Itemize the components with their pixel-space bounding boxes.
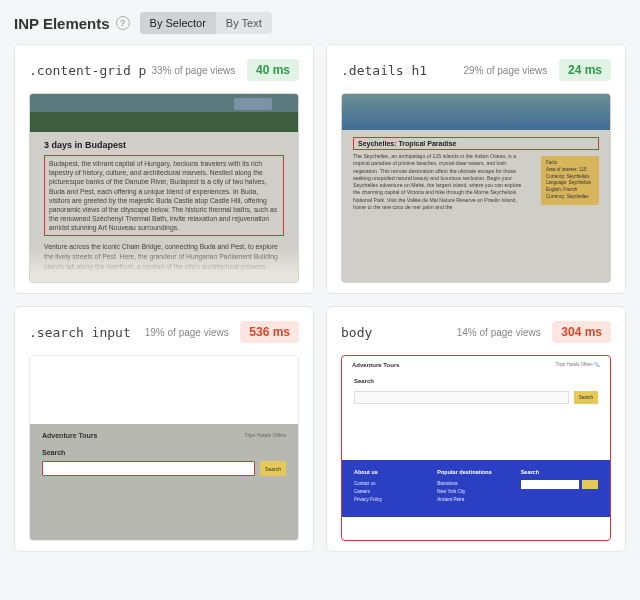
page-views: 29% of page views: [463, 65, 547, 76]
inp-card[interactable]: body 14% of page views 304 ms Adventure …: [326, 306, 626, 552]
inp-card[interactable]: .details h1 29% of page views 24 ms Seyc…: [326, 44, 626, 294]
card-header: body 14% of page views 304 ms: [341, 321, 611, 343]
page-views: 33% of page views: [151, 65, 235, 76]
element-preview: 3 days in Budapest Budapest, the vibrant…: [29, 93, 299, 283]
brand: Adventure Tours: [352, 362, 400, 368]
toggle-by-text[interactable]: By Text: [216, 12, 272, 34]
toggle-by-selector[interactable]: By Selector: [140, 12, 216, 34]
card-header: .content-grid p 33% of page views 40 ms: [29, 59, 299, 81]
metric-badge: 40 ms: [247, 59, 299, 81]
metric-badge: 536 ms: [240, 321, 299, 343]
selector-label: .search input: [29, 325, 131, 340]
selector-label: .details h1: [341, 63, 427, 78]
page-title: INP Elements: [14, 15, 110, 32]
sidebar-facts: Facts Area of interest: 115 Currency: Se…: [541, 156, 599, 205]
highlighted-element: Budapest, the vibrant capital of Hungary…: [44, 155, 284, 236]
highlighted-element: Seychelles: Tropical Paradise: [353, 137, 599, 150]
selector-label: .content-grid p: [29, 63, 146, 78]
view-toggle: By Selector By Text: [140, 12, 272, 34]
page-views: 14% of page views: [457, 327, 541, 338]
preview-heading: 3 days in Budapest: [44, 140, 284, 150]
brand: Adventure Tours: [42, 432, 98, 439]
metric-badge: 24 ms: [559, 59, 611, 81]
element-preview: Seychelles: Tropical Paradise The Seyche…: [341, 93, 611, 283]
page-views: 19% of page views: [145, 327, 229, 338]
selector-label: body: [341, 325, 372, 340]
cards-grid: .content-grid p 33% of page views 40 ms …: [14, 44, 626, 552]
inp-card[interactable]: .content-grid p 33% of page views 40 ms …: [14, 44, 314, 294]
page-header: INP Elements ? By Selector By Text: [14, 12, 626, 34]
footer: About us Contact us Careers Privacy Poli…: [342, 460, 610, 517]
element-preview: Adventure Tours Trips Hotels Offers 🔍 Se…: [341, 355, 611, 541]
inp-card[interactable]: .search input 19% of page views 536 ms A…: [14, 306, 314, 552]
metric-badge: 304 ms: [552, 321, 611, 343]
card-header: .details h1 29% of page views 24 ms: [341, 59, 611, 81]
card-header: .search input 19% of page views 536 ms: [29, 321, 299, 343]
element-preview: Adventure Tours Trips Hotels Offers Sear…: [29, 355, 299, 541]
help-icon[interactable]: ?: [116, 16, 130, 30]
highlighted-element: [42, 461, 255, 476]
